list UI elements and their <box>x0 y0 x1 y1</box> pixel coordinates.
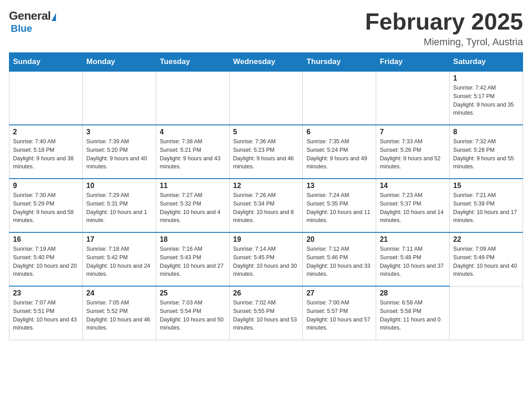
day-info: Sunrise: 7:00 AMSunset: 5:57 PMDaylight:… <box>306 299 372 332</box>
day-number: 25 <box>160 289 226 297</box>
calendar-table: SundayMondayTuesdayWednesdayThursdayFrid… <box>9 52 523 340</box>
calendar-day-cell: 17Sunrise: 7:18 AMSunset: 5:42 PMDayligh… <box>82 232 156 286</box>
page-header: General Blue February 2025 Mieming, Tyro… <box>9 9 523 48</box>
calendar-day-cell: 13Sunrise: 7:24 AMSunset: 5:35 PMDayligh… <box>303 179 376 232</box>
calendar-week-row: 1Sunrise: 7:42 AMSunset: 5:17 PMDaylight… <box>9 71 523 125</box>
day-info: Sunrise: 7:19 AMSunset: 5:40 PMDaylight:… <box>13 245 79 278</box>
day-of-week-header: Thursday <box>303 53 376 72</box>
day-number: 14 <box>380 182 446 190</box>
calendar-subtitle: Mieming, Tyrol, Austria <box>365 36 523 48</box>
day-info: Sunrise: 7:35 AMSunset: 5:24 PMDaylight:… <box>306 137 372 171</box>
logo: General Blue <box>9 9 56 34</box>
calendar-day-cell: 7Sunrise: 7:33 AMSunset: 5:26 PMDaylight… <box>376 125 450 179</box>
day-number: 2 <box>13 128 79 136</box>
day-number: 27 <box>306 289 372 297</box>
day-number: 16 <box>13 235 79 244</box>
calendar-day-cell: 3Sunrise: 7:39 AMSunset: 5:20 PMDaylight… <box>82 125 156 179</box>
calendar-day-cell: 20Sunrise: 7:12 AMSunset: 5:46 PMDayligh… <box>303 232 376 286</box>
calendar-week-row: 23Sunrise: 7:07 AMSunset: 5:51 PMDayligh… <box>9 286 523 340</box>
day-number: 6 <box>306 128 372 136</box>
logo-blue-text: Blue <box>11 23 32 34</box>
calendar-week-row: 16Sunrise: 7:19 AMSunset: 5:40 PMDayligh… <box>9 232 523 286</box>
day-number: 19 <box>233 235 299 244</box>
calendar-day-cell <box>156 71 229 125</box>
day-info: Sunrise: 7:40 AMSunset: 5:18 PMDaylight:… <box>13 137 79 171</box>
day-of-week-header: Sunday <box>9 53 83 72</box>
calendar-day-cell: 28Sunrise: 6:58 AMSunset: 5:58 PMDayligh… <box>376 286 450 340</box>
day-number: 21 <box>380 235 446 244</box>
calendar-day-cell: 12Sunrise: 7:26 AMSunset: 5:34 PMDayligh… <box>229 179 303 232</box>
day-info: Sunrise: 7:14 AMSunset: 5:45 PMDaylight:… <box>233 245 299 278</box>
day-of-week-header: Monday <box>82 53 156 72</box>
calendar-day-cell: 8Sunrise: 7:32 AMSunset: 5:28 PMDaylight… <box>450 125 523 179</box>
day-info: Sunrise: 7:33 AMSunset: 5:26 PMDaylight:… <box>380 137 446 171</box>
calendar-day-cell: 15Sunrise: 7:21 AMSunset: 5:39 PMDayligh… <box>450 179 523 232</box>
calendar-day-cell: 24Sunrise: 7:05 AMSunset: 5:52 PMDayligh… <box>82 286 156 340</box>
calendar-day-cell: 9Sunrise: 7:30 AMSunset: 5:29 PMDaylight… <box>9 179 83 232</box>
day-info: Sunrise: 7:02 AMSunset: 5:55 PMDaylight:… <box>233 299 299 332</box>
day-number: 13 <box>306 182 372 190</box>
day-number: 7 <box>380 128 446 136</box>
day-number: 28 <box>380 289 446 297</box>
day-info: Sunrise: 7:21 AMSunset: 5:39 PMDaylight:… <box>453 191 519 225</box>
calendar-day-cell: 14Sunrise: 7:23 AMSunset: 5:37 PMDayligh… <box>376 179 450 232</box>
days-of-week-row: SundayMondayTuesdayWednesdayThursdayFrid… <box>9 53 523 72</box>
logo-triangle-icon <box>51 13 56 21</box>
day-number: 23 <box>13 289 79 297</box>
day-number: 8 <box>453 128 519 136</box>
title-block: February 2025 Mieming, Tyrol, Austria <box>365 9 523 48</box>
calendar-week-row: 2Sunrise: 7:40 AMSunset: 5:18 PMDaylight… <box>9 125 523 179</box>
day-info: Sunrise: 7:32 AMSunset: 5:28 PMDaylight:… <box>453 137 519 171</box>
calendar-day-cell: 1Sunrise: 7:42 AMSunset: 5:17 PMDaylight… <box>450 71 523 125</box>
day-info: Sunrise: 7:29 AMSunset: 5:31 PMDaylight:… <box>86 191 152 225</box>
day-info: Sunrise: 7:12 AMSunset: 5:46 PMDaylight:… <box>306 245 372 278</box>
day-number: 5 <box>233 128 299 136</box>
calendar-day-cell <box>82 71 156 125</box>
day-info: Sunrise: 7:11 AMSunset: 5:48 PMDaylight:… <box>380 245 446 278</box>
calendar-day-cell <box>450 286 523 340</box>
day-info: Sunrise: 7:07 AMSunset: 5:51 PMDaylight:… <box>13 299 79 332</box>
day-number: 17 <box>86 235 152 244</box>
calendar-day-cell: 2Sunrise: 7:40 AMSunset: 5:18 PMDaylight… <box>9 125 83 179</box>
calendar-body: 1Sunrise: 7:42 AMSunset: 5:17 PMDaylight… <box>9 71 523 340</box>
day-info: Sunrise: 7:05 AMSunset: 5:52 PMDaylight:… <box>86 299 152 332</box>
calendar-day-cell <box>229 71 303 125</box>
calendar-day-cell: 18Sunrise: 7:16 AMSunset: 5:43 PMDayligh… <box>156 232 229 286</box>
calendar-week-row: 9Sunrise: 7:30 AMSunset: 5:29 PMDaylight… <box>9 179 523 232</box>
calendar-day-cell: 23Sunrise: 7:07 AMSunset: 5:51 PMDayligh… <box>9 286 83 340</box>
day-number: 12 <box>233 182 299 190</box>
day-number: 24 <box>86 289 152 297</box>
day-info: Sunrise: 7:23 AMSunset: 5:37 PMDaylight:… <box>380 191 446 225</box>
calendar-title: February 2025 <box>365 9 523 34</box>
day-info: Sunrise: 7:18 AMSunset: 5:42 PMDaylight:… <box>86 245 152 278</box>
day-number: 15 <box>453 182 519 190</box>
day-of-week-header: Saturday <box>450 53 523 72</box>
day-info: Sunrise: 7:26 AMSunset: 5:34 PMDaylight:… <box>233 191 299 225</box>
calendar-day-cell: 5Sunrise: 7:36 AMSunset: 5:23 PMDaylight… <box>229 125 303 179</box>
calendar-day-cell: 27Sunrise: 7:00 AMSunset: 5:57 PMDayligh… <box>303 286 376 340</box>
calendar-header: SundayMondayTuesdayWednesdayThursdayFrid… <box>9 53 523 72</box>
calendar-day-cell <box>9 71 83 125</box>
day-number: 20 <box>306 235 372 244</box>
day-number: 22 <box>453 235 519 244</box>
calendar-day-cell: 10Sunrise: 7:29 AMSunset: 5:31 PMDayligh… <box>82 179 156 232</box>
calendar-day-cell: 19Sunrise: 7:14 AMSunset: 5:45 PMDayligh… <box>229 232 303 286</box>
day-info: Sunrise: 7:09 AMSunset: 5:49 PMDaylight:… <box>453 245 519 278</box>
calendar-day-cell: 16Sunrise: 7:19 AMSunset: 5:40 PMDayligh… <box>9 232 83 286</box>
day-info: Sunrise: 7:30 AMSunset: 5:29 PMDaylight:… <box>13 191 79 225</box>
day-number: 1 <box>453 74 519 82</box>
day-of-week-header: Wednesday <box>229 53 303 72</box>
day-number: 3 <box>86 128 152 136</box>
calendar-day-cell: 11Sunrise: 7:27 AMSunset: 5:32 PMDayligh… <box>156 179 229 232</box>
day-info: Sunrise: 7:38 AMSunset: 5:21 PMDaylight:… <box>160 137 226 171</box>
day-of-week-header: Friday <box>376 53 450 72</box>
day-number: 4 <box>160 128 226 136</box>
day-info: Sunrise: 7:16 AMSunset: 5:43 PMDaylight:… <box>160 245 226 278</box>
day-number: 11 <box>160 182 226 190</box>
day-number: 10 <box>86 182 152 190</box>
day-info: Sunrise: 6:58 AMSunset: 5:58 PMDaylight:… <box>380 299 446 332</box>
day-info: Sunrise: 7:42 AMSunset: 5:17 PMDaylight:… <box>453 84 519 117</box>
day-of-week-header: Tuesday <box>156 53 229 72</box>
day-info: Sunrise: 7:36 AMSunset: 5:23 PMDaylight:… <box>233 137 299 171</box>
day-number: 9 <box>13 182 79 190</box>
